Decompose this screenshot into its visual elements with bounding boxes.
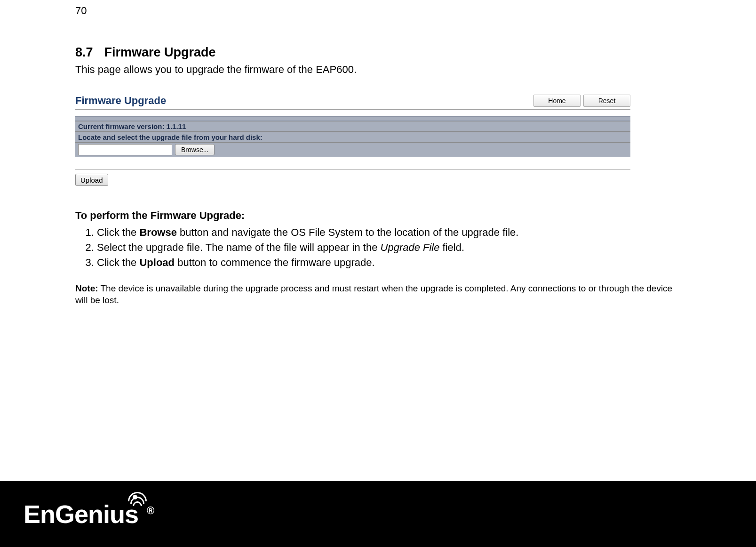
browse-button[interactable]: Browse... <box>175 144 215 155</box>
logo-text: EnGenius <box>24 500 138 528</box>
panel-separator <box>75 116 630 121</box>
locate-file-row: Locate and select the upgrade file from … <box>75 132 630 143</box>
panel-header-buttons: Home Reset <box>533 95 630 107</box>
note-label: Note: <box>75 283 98 293</box>
intro-text: This page allows you to upgrade the firm… <box>75 64 681 76</box>
page-number: 70 <box>75 5 681 17</box>
section-heading: 8.7Firmware Upgrade <box>75 45 681 60</box>
reset-button[interactable]: Reset <box>583 95 630 107</box>
section-number: 8.7 <box>75 45 93 59</box>
firmware-upgrade-panel: Firmware Upgrade Home Reset Current firm… <box>75 95 630 186</box>
panel-header: Firmware Upgrade Home Reset <box>75 95 630 110</box>
document-page: 70 8.7Firmware Upgrade This page allows … <box>0 0 756 306</box>
file-path-input[interactable] <box>78 144 172 155</box>
instructions-heading: To perform the Firmware Upgrade: <box>75 209 681 222</box>
note-text: The device is unavailable during the upg… <box>75 283 672 305</box>
note-block: Note: The device is unavailable during t… <box>75 283 681 306</box>
panel-divider <box>75 169 630 170</box>
engenius-logo: EnGenius ® <box>24 499 154 529</box>
signal-icon <box>133 495 150 512</box>
page-footer: EnGenius ® <box>0 481 756 547</box>
step-3: Click the Upload button to commence the … <box>97 257 681 269</box>
panel-title: Firmware Upgrade <box>75 95 166 107</box>
firmware-version-row: Current firmware version: 1.1.11 <box>75 121 630 132</box>
instruction-steps: Click the Browse button and navigate the… <box>75 226 681 269</box>
section-title: Firmware Upgrade <box>104 45 216 59</box>
home-button[interactable]: Home <box>533 95 581 107</box>
upload-button[interactable]: Upload <box>75 174 108 186</box>
step-1: Click the Browse button and navigate the… <box>97 226 681 239</box>
file-select-row: Browse... <box>75 143 630 157</box>
step-2: Select the upgrade file. The name of the… <box>97 241 681 254</box>
